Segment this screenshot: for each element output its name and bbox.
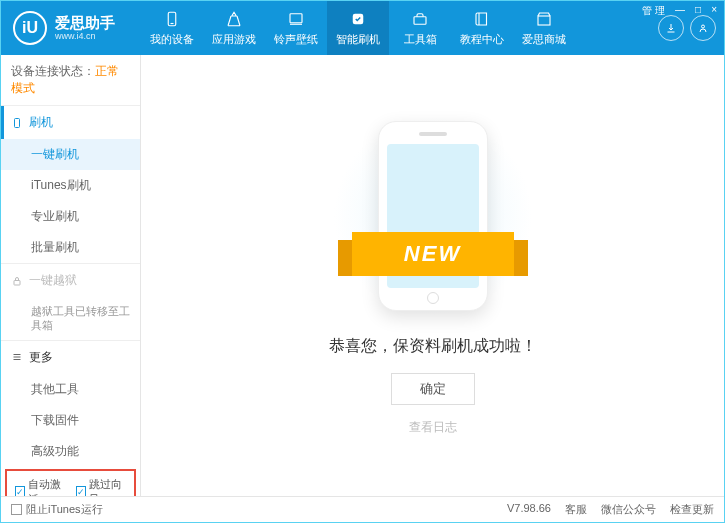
- svg-rect-10: [14, 280, 20, 285]
- checkbox-skip-guide[interactable]: ✓跳过向导: [76, 477, 127, 496]
- book-icon: [473, 10, 491, 28]
- phone-body-icon: [378, 121, 488, 311]
- phone-small-icon: [11, 117, 23, 129]
- ribbon-text: NEW: [352, 232, 514, 276]
- user-icon: [697, 22, 709, 34]
- view-log-link[interactable]: 查看日志: [409, 419, 457, 436]
- list-icon: [11, 351, 23, 363]
- svg-rect-9: [15, 118, 20, 127]
- menu-item-other-tools[interactable]: 其他工具: [1, 374, 140, 405]
- nav-tutorials[interactable]: 教程中心: [451, 1, 513, 55]
- minimize-button[interactable]: —: [675, 4, 685, 18]
- nav-label: 工具箱: [404, 32, 437, 47]
- nav-smart-flash[interactable]: 智能刷机: [327, 1, 389, 55]
- wechat-link[interactable]: 微信公众号: [601, 502, 656, 517]
- svg-rect-2: [290, 13, 302, 22]
- nav-apps-games[interactable]: 应用游戏: [203, 1, 265, 55]
- main-nav: 我的设备 应用游戏 铃声壁纸 智能刷机 工具箱 教程中心: [141, 1, 658, 55]
- checkbox-row-highlighted: ✓自动激活 ✓跳过向导: [5, 469, 136, 496]
- settings-button[interactable]: 管 理: [642, 4, 665, 18]
- svg-point-8: [702, 25, 705, 28]
- nav-my-device[interactable]: 我的设备: [141, 1, 203, 55]
- phone-icon: [163, 10, 181, 28]
- titlebar-actions: [658, 15, 724, 41]
- titlebar: iU 爱思助手 www.i4.cn 我的设备 应用游戏 铃声壁纸 智能刷机: [1, 1, 724, 55]
- flash-icon: [349, 10, 367, 28]
- checkbox-label: 自动激活: [28, 477, 66, 496]
- menu-title: 一键越狱: [29, 272, 77, 289]
- success-message: 恭喜您，保资料刷机成功啦！: [329, 336, 537, 357]
- connection-status: 设备连接状态：正常模式: [1, 55, 140, 105]
- lock-icon: [11, 275, 23, 287]
- check-icon: ✓: [15, 486, 25, 496]
- nav-label: 应用游戏: [212, 32, 256, 47]
- menu-item-pro-flash[interactable]: 专业刷机: [1, 201, 140, 232]
- new-ribbon: NEW: [338, 232, 528, 276]
- nav-label: 智能刷机: [336, 32, 380, 47]
- version-text: V7.98.66: [507, 502, 551, 517]
- menu-item-batch-flash[interactable]: 批量刷机: [1, 232, 140, 263]
- toolbox-icon: [411, 10, 429, 28]
- statusbar: 阻止iTunes运行 V7.98.66 客服 微信公众号 检查更新: [1, 496, 724, 522]
- nav-store[interactable]: 爱思商城: [513, 1, 575, 55]
- menu-item-download-firmware[interactable]: 下载固件: [1, 405, 140, 436]
- menu-item-itunes-flash[interactable]: iTunes刷机: [1, 170, 140, 201]
- sidebar: 设备连接状态：正常模式 刷机 一键刷机 iTunes刷机 专业刷机 批量刷机 一…: [1, 55, 141, 496]
- svg-rect-7: [538, 16, 550, 25]
- check-icon: ✓: [76, 486, 86, 496]
- menu-title: 更多: [29, 349, 53, 366]
- nav-label: 爱思商城: [522, 32, 566, 47]
- body: 设备连接状态：正常模式 刷机 一键刷机 iTunes刷机 专业刷机 批量刷机 一…: [1, 55, 724, 496]
- menu-flash[interactable]: 刷机: [1, 106, 140, 139]
- nav-label: 教程中心: [460, 32, 504, 47]
- apps-icon: [225, 10, 243, 28]
- phone-illustration: NEW: [348, 116, 518, 316]
- menu-item-advanced[interactable]: 高级功能: [1, 436, 140, 467]
- logo-icon: iU: [13, 11, 47, 45]
- menu-more[interactable]: 更多: [1, 341, 140, 374]
- nav-label: 我的设备: [150, 32, 194, 47]
- menu-title: 刷机: [29, 114, 53, 131]
- wallpaper-icon: [287, 10, 305, 28]
- logo-area: iU 爱思助手 www.i4.cn: [1, 11, 141, 45]
- nav-label: 铃声壁纸: [274, 32, 318, 47]
- main-window: 管 理 — □ × iU 爱思助手 www.i4.cn 我的设备 应用游戏 铃声…: [0, 0, 725, 523]
- store-icon: [535, 10, 553, 28]
- menu-item-oneclick-flash[interactable]: 一键刷机: [1, 139, 140, 170]
- window-controls: 管 理 — □ ×: [642, 4, 717, 18]
- checkbox-label: 阻止iTunes运行: [26, 502, 103, 517]
- svg-rect-5: [414, 16, 426, 24]
- menu-jailbreak: 一键越狱: [1, 264, 140, 297]
- jailbreak-note: 越狱工具已转移至工具箱: [1, 297, 140, 340]
- checkbox-label: 跳过向导: [89, 477, 127, 496]
- download-button[interactable]: [658, 15, 684, 41]
- close-button[interactable]: ×: [711, 4, 717, 18]
- user-button[interactable]: [690, 15, 716, 41]
- app-title: 爱思助手: [55, 15, 115, 32]
- nav-toolbox[interactable]: 工具箱: [389, 1, 451, 55]
- main-content: NEW 恭喜您，保资料刷机成功啦！ 确定 查看日志: [141, 55, 724, 496]
- check-update-link[interactable]: 检查更新: [670, 502, 714, 517]
- customer-service-link[interactable]: 客服: [565, 502, 587, 517]
- conn-label: 设备连接状态：: [11, 64, 95, 78]
- checkbox-auto-activate[interactable]: ✓自动激活: [15, 477, 66, 496]
- checkbox-block-itunes[interactable]: 阻止iTunes运行: [11, 502, 103, 517]
- maximize-button[interactable]: □: [695, 4, 701, 18]
- app-url: www.i4.cn: [55, 31, 115, 41]
- nav-ringtone-wallpaper[interactable]: 铃声壁纸: [265, 1, 327, 55]
- download-icon: [665, 22, 677, 34]
- checkbox-empty-icon: [11, 504, 22, 515]
- ok-button[interactable]: 确定: [391, 373, 475, 405]
